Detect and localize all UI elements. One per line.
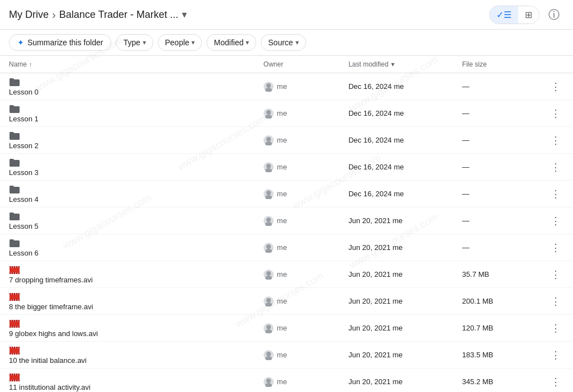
info-button[interactable]: ⓘ bbox=[544, 4, 564, 25]
name-cell: Lesson 6 bbox=[0, 234, 255, 261]
table-row[interactable]: Lesson 6 me Jun 20, 2021 me — ⋮ bbox=[0, 234, 573, 261]
file-name[interactable]: 8 the bigger timeframe.avi bbox=[9, 303, 93, 311]
svg-point-11 bbox=[265, 222, 272, 226]
table-row[interactable]: Lesson 1 me Dec 16, 2024 me — ⋮ bbox=[0, 100, 573, 127]
table-row[interactable]: 7 dropping timeframes.avi me Jun 20, 202… bbox=[0, 261, 573, 288]
more-options-button[interactable]: ⋮ bbox=[547, 267, 564, 282]
file-name[interactable]: Lesson 5 bbox=[9, 222, 39, 230]
avatar bbox=[264, 270, 274, 280]
more-options-button[interactable]: ⋮ bbox=[547, 160, 564, 174]
avatar bbox=[264, 82, 274, 92]
owner-cell: me bbox=[255, 234, 340, 261]
file-name[interactable]: 11 institutional activity.avi bbox=[9, 383, 91, 391]
file-name[interactable]: 10 the initial balance.avi bbox=[9, 356, 87, 365]
owner-name: me bbox=[277, 136, 287, 144]
avatar bbox=[264, 377, 274, 387]
video-file-icon bbox=[9, 372, 20, 383]
size-cell: 35.7 MB bbox=[453, 261, 538, 288]
type-filter-button[interactable]: Type ▾ bbox=[116, 34, 153, 51]
file-name[interactable]: Lesson 6 bbox=[9, 249, 39, 257]
more-options-button[interactable]: ⋮ bbox=[547, 348, 564, 362]
svg-rect-18 bbox=[13, 266, 14, 268]
more-options-button[interactable]: ⋮ bbox=[547, 240, 564, 255]
file-name[interactable]: 9 globex highs and lows.avi bbox=[9, 329, 98, 338]
avatar bbox=[264, 162, 274, 172]
view-grid-button[interactable]: ⊞ bbox=[518, 6, 539, 23]
file-name[interactable]: Lesson 1 bbox=[9, 115, 39, 123]
size-cell: — bbox=[453, 100, 538, 127]
modified-cell: Dec 16, 2024 me bbox=[340, 127, 453, 154]
modified-cell: Jun 20, 2021 me bbox=[340, 234, 453, 261]
svg-point-52 bbox=[265, 329, 272, 333]
table-row[interactable]: Lesson 4 me Dec 16, 2024 me — ⋮ bbox=[0, 181, 573, 207]
table-row[interactable]: 8 the bigger timeframe.avi me Jun 20, 20… bbox=[0, 288, 573, 315]
more-options-button[interactable]: ⋮ bbox=[547, 106, 564, 121]
modified-dropdown-icon: ▾ bbox=[246, 39, 249, 46]
table-row[interactable]: Lesson 5 me Jun 20, 2021 me — ⋮ bbox=[0, 207, 573, 234]
summarize-button[interactable]: ✦ Summarize this folder bbox=[9, 34, 111, 51]
modified-filter-button[interactable]: Modified ▾ bbox=[206, 34, 256, 51]
svg-point-7 bbox=[265, 168, 272, 172]
owner-name: me bbox=[277, 351, 287, 359]
actions-cell: ⋮ bbox=[538, 234, 573, 261]
table-row[interactable]: 10 the initial balance.avi me Jun 20, 20… bbox=[0, 342, 573, 369]
avatar bbox=[264, 135, 274, 145]
size-cell: — bbox=[453, 154, 538, 181]
owner-cell: me bbox=[255, 288, 340, 315]
table-row[interactable]: Lesson 3 me Dec 16, 2024 me — ⋮ bbox=[0, 154, 573, 181]
view-list-button[interactable]: ✓ ☰ bbox=[490, 6, 518, 23]
file-name[interactable]: Lesson 2 bbox=[9, 141, 39, 150]
people-filter-button[interactable]: People ▾ bbox=[158, 34, 203, 51]
more-options-button[interactable]: ⋮ bbox=[547, 214, 564, 228]
svg-point-25 bbox=[266, 271, 271, 276]
svg-point-2 bbox=[266, 110, 271, 115]
more-options-button[interactable]: ⋮ bbox=[547, 294, 564, 309]
table-row[interactable]: Lesson 0 me Dec 16, 2024 me — ⋮ bbox=[0, 73, 573, 100]
svg-rect-45 bbox=[15, 320, 16, 322]
modified-cell: Jun 20, 2021 me bbox=[340, 261, 453, 288]
source-filter-button[interactable]: Source ▾ bbox=[261, 34, 306, 51]
file-name[interactable]: 7 dropping timeframes.avi bbox=[9, 276, 93, 284]
size-cell: — bbox=[453, 73, 538, 100]
svg-rect-69 bbox=[11, 374, 12, 375]
file-name[interactable]: Lesson 4 bbox=[9, 195, 39, 204]
svg-rect-59 bbox=[17, 347, 18, 348]
svg-rect-21 bbox=[11, 272, 12, 274]
svg-rect-47 bbox=[11, 326, 12, 328]
file-name[interactable]: Lesson 3 bbox=[9, 168, 39, 177]
svg-rect-24 bbox=[17, 272, 18, 274]
owner-cell: me bbox=[255, 181, 340, 207]
name-cell: 9 globex highs and lows.avi bbox=[0, 315, 255, 342]
table-row[interactable]: 9 globex highs and lows.avi me Jun 20, 2… bbox=[0, 315, 573, 342]
folder-dropdown-arrow[interactable]: ▾ bbox=[182, 8, 187, 21]
last-modified-column-header[interactable]: Last modified ▾ bbox=[340, 56, 453, 73]
more-options-button[interactable]: ⋮ bbox=[547, 187, 564, 201]
table-row[interactable]: 11 institutional activity.avi me Jun 20,… bbox=[0, 369, 573, 393]
svg-point-51 bbox=[266, 325, 271, 329]
file-name[interactable]: Lesson 0 bbox=[9, 88, 39, 96]
table-row[interactable]: Lesson 2 me Dec 16, 2024 me — ⋮ bbox=[0, 127, 573, 154]
owner-name: me bbox=[277, 163, 287, 171]
folder-icon bbox=[9, 211, 20, 222]
more-options-button[interactable]: ⋮ bbox=[547, 79, 564, 94]
more-options-button[interactable]: ⋮ bbox=[547, 133, 564, 148]
svg-point-39 bbox=[265, 303, 272, 306]
svg-rect-50 bbox=[17, 326, 18, 328]
name-cell: 7 dropping timeframes.avi bbox=[0, 261, 255, 288]
name-column-header[interactable]: Name ↑ bbox=[0, 56, 255, 73]
owner-name: me bbox=[277, 109, 287, 117]
actions-cell: ⋮ bbox=[538, 288, 573, 315]
more-options-button[interactable]: ⋮ bbox=[547, 375, 564, 389]
owner-name: me bbox=[277, 324, 287, 332]
more-options-button[interactable]: ⋮ bbox=[547, 321, 564, 336]
owner-cell: me bbox=[255, 73, 340, 100]
size-cell: 200.1 MB bbox=[453, 288, 538, 315]
svg-rect-58 bbox=[15, 347, 16, 348]
size-cell: 120.7 MB bbox=[453, 315, 538, 342]
actions-cell: ⋮ bbox=[538, 315, 573, 342]
actions-cell: ⋮ bbox=[538, 342, 573, 369]
owner-name: me bbox=[277, 216, 287, 225]
name-cell: Lesson 0 bbox=[0, 73, 255, 100]
actions-cell: ⋮ bbox=[538, 261, 573, 288]
my-drive-link[interactable]: My Drive bbox=[9, 9, 49, 21]
